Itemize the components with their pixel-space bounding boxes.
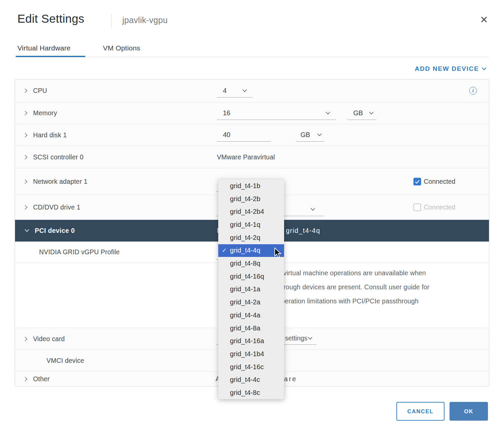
expand-chevron-icon[interactable]: [24, 88, 28, 93]
vgpu-profile-dropdown: grid_t4-1bgrid_t4-2bgrid_t4-2b4grid_t4-1…: [218, 179, 284, 399]
expand-chevron-icon[interactable]: [24, 111, 28, 116]
dropdown-option-grid_t4-8q[interactable]: grid_t4-8q: [218, 257, 284, 270]
close-icon[interactable]: ✕: [480, 14, 488, 25]
dropdown-option-grid_t4-2b[interactable]: grid_t4-2b: [218, 192, 284, 205]
row-hard-disk: Hard disk 1 40 GB: [15, 124, 489, 146]
dropdown-option-label: grid_t4-2q: [230, 234, 260, 242]
dropdown-option-label: grid_t4-4c: [230, 376, 260, 384]
dropdown-option-label: grid_t4-2b: [230, 195, 260, 203]
active-tab-indicator: [16, 56, 85, 57]
dropdown-option-label: grid_t4-8q: [230, 260, 260, 267]
row-cpu: CPU 4 i: [15, 80, 489, 102]
chevron-down-icon: [317, 133, 322, 136]
dropdown-option-grid_t4-2a[interactable]: grid_t4-2a: [218, 296, 284, 309]
dropdown-option-label: grid_t4-1b4: [230, 350, 264, 358]
hard-disk-label: Hard disk 1: [33, 131, 67, 139]
dropdown-option-grid_t4-1b[interactable]: grid_t4-1b: [218, 179, 284, 192]
dropdown-option-label: grid_t4-8c: [230, 389, 260, 397]
dropdown-option-label: grid_t4-1b: [230, 182, 260, 190]
network-connected-checkbox[interactable]: [413, 178, 421, 185]
scsi-value: VMware Paravirtual: [217, 153, 275, 161]
cd-dvd-connected-checkbox[interactable]: [413, 203, 421, 211]
dropdown-option-label: grid_t4-4q: [230, 247, 260, 254]
dropdown-option-grid_t4-2q[interactable]: grid_t4-2q: [218, 231, 284, 244]
dropdown-option-label: grid_t4-8a: [230, 324, 260, 332]
network-connected-label: Connected: [424, 178, 455, 185]
dropdown-option-label: grid_t4-2a: [230, 298, 260, 306]
cpu-count-select[interactable]: 4: [217, 84, 252, 98]
hard-disk-size-input[interactable]: 40: [217, 128, 271, 142]
dropdown-option-grid_t4-8c[interactable]: grid_t4-8c: [218, 386, 284, 399]
cd-dvd-connected-label: Connected: [424, 203, 455, 211]
dropdown-option-label: grid_t4-1q: [230, 221, 260, 229]
expand-chevron-icon[interactable]: [24, 155, 28, 160]
memory-unit-value: GB: [353, 109, 363, 117]
video-card-label: Video card: [33, 335, 65, 343]
expand-chevron-icon[interactable]: [24, 336, 28, 341]
other-label: Other: [33, 375, 50, 383]
memory-unit-select[interactable]: GB: [347, 107, 376, 120]
chevron-down-icon: [482, 67, 487, 70]
selected-checkmark-icon: ✓: [222, 247, 227, 254]
dropdown-option-label: grid_t4-1a: [230, 285, 260, 293]
dropdown-option-grid_t4-16a[interactable]: grid_t4-16a: [218, 334, 284, 347]
add-new-device-button[interactable]: ADD NEW DEVICE: [415, 65, 487, 73]
hard-disk-unit-select[interactable]: GB: [296, 128, 325, 142]
chevron-down-icon: [308, 337, 312, 340]
cd-dvd-label: CD/DVD drive 1: [33, 203, 81, 211]
cancel-button[interactable]: CANCEL: [396, 402, 445, 421]
dropdown-option-grid_t4-4c[interactable]: grid_t4-4c: [218, 374, 284, 387]
cpu-label: CPU: [33, 87, 47, 95]
tab-vm-options[interactable]: VM Options: [103, 44, 140, 52]
mouse-cursor: [274, 248, 283, 258]
network-label: Network adapter 1: [33, 178, 88, 185]
tabs-hairline: [16, 57, 489, 57]
row-memory: Memory 16 GB: [15, 102, 489, 124]
chevron-down-icon: [326, 112, 330, 115]
dropdown-option-grid_t4-2b4[interactable]: grid_t4-2b4: [218, 205, 284, 218]
scsi-label: SCSI controller 0: [33, 153, 84, 161]
dropdown-option-label: grid_t4-2b4: [230, 208, 264, 216]
chevron-down-icon: [242, 89, 247, 92]
dropdown-option-grid_t4-16q[interactable]: grid_t4-16q: [218, 270, 284, 283]
dropdown-option-label: grid_t4-4a: [230, 311, 260, 319]
dropdown-option-grid_t4-4a[interactable]: grid_t4-4a: [218, 309, 284, 322]
cpu-count-value: 4: [223, 87, 227, 95]
pci-device-label: PCI device 0: [35, 227, 75, 235]
expand-chevron-icon[interactable]: [24, 205, 28, 210]
dropdown-option-grid_t4-16c[interactable]: grid_t4-16c: [218, 361, 284, 374]
ok-button[interactable]: OK: [450, 402, 488, 421]
checkmark-icon: [415, 180, 420, 184]
memory-size-input[interactable]: 16: [217, 107, 336, 120]
title-divider: [111, 14, 112, 28]
chevron-down-icon: [310, 208, 315, 211]
expand-chevron-icon[interactable]: [24, 133, 28, 138]
vmci-label: VMCI device: [46, 357, 84, 365]
vgpu-profile-label: NVIDIA GRID vGPU Profile: [39, 248, 120, 256]
row-scsi-controller: SCSI controller 0 VMware Paravirtual: [15, 146, 489, 168]
dropdown-option-label: grid_t4-16q: [230, 273, 264, 280]
dropdown-option-grid_t4-1q[interactable]: grid_t4-1q: [218, 218, 284, 231]
memory-size-value: 16: [223, 109, 230, 117]
dropdown-option-grid_t4-1a[interactable]: grid_t4-1a: [218, 283, 284, 296]
cd-dvd-connected-group: Connected: [413, 203, 455, 211]
hard-disk-size-value: 40: [223, 131, 230, 139]
hard-disk-unit-value: GB: [300, 131, 310, 139]
tab-virtual-hardware[interactable]: Virtual Hardware: [17, 44, 71, 52]
dialog-title: Edit Settings: [17, 12, 84, 25]
dropdown-option-label: grid_t4-16a: [230, 337, 264, 345]
dropdown-option-grid_t4-1b4[interactable]: grid_t4-1b4: [218, 347, 284, 361]
dropdown-option-grid_t4-8a[interactable]: grid_t4-8a: [218, 322, 284, 335]
vm-name: jpavlik-vgpu: [122, 15, 168, 25]
pci-note-line-3: operation limitations with PCI/PCIe pass…: [277, 297, 418, 305]
chevron-down-icon: [369, 112, 374, 115]
dropdown-option-label: grid_t4-16c: [230, 363, 264, 371]
expand-chevron-icon[interactable]: [24, 377, 28, 382]
memory-label: Memory: [33, 109, 57, 117]
network-connected-group: Connected: [413, 178, 455, 185]
edit-settings-dialog: Edit Settings jpavlik-vgpu ✕ Virtual Har…: [0, 0, 504, 431]
collapse-chevron-icon[interactable]: [24, 229, 29, 232]
expand-chevron-icon[interactable]: [24, 179, 28, 184]
cpu-info-icon[interactable]: i: [469, 87, 477, 95]
add-new-device-label: ADD NEW DEVICE: [415, 65, 479, 73]
